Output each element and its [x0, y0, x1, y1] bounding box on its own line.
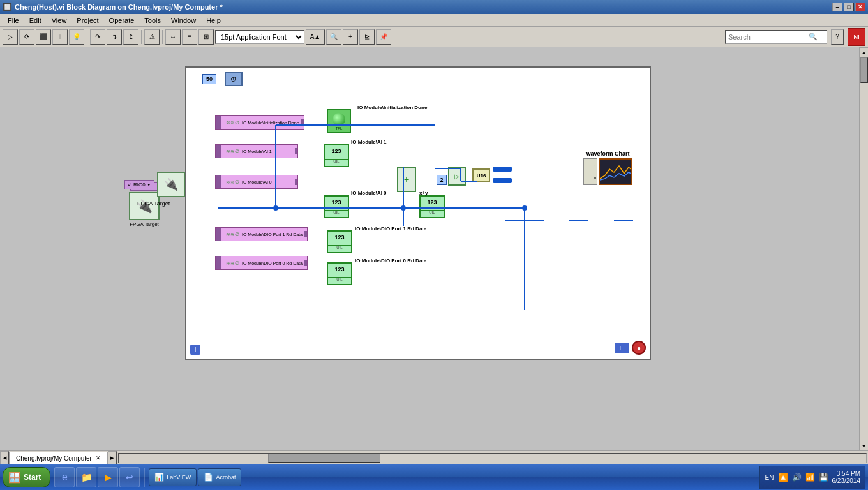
scroll-thumb[interactable]	[860, 57, 868, 83]
right-scrollbar[interactable]: ▲ ▼	[859, 47, 868, 450]
io-ai1-right-port	[295, 148, 297, 154]
align-button[interactable]: ≡	[182, 29, 197, 45]
start-button[interactable]: 🪟 Start	[3, 467, 50, 487]
status-bar: ◀ Cheng.lvproj/My Computer ✕ ▶	[0, 450, 868, 464]
io-ai0-label: IO Module\AI 0	[242, 180, 272, 184]
search-icon: 🔍	[809, 33, 818, 41]
io-dio0-input[interactable]: ≋≋∅ IO Module\DIO Port 0 Rd Data	[215, 256, 308, 270]
step-over-button[interactable]: ↷	[90, 29, 105, 45]
io-dio0-label: IO Module\DIO Port 0 Rd Data	[242, 261, 303, 265]
svg-point-16	[401, 205, 406, 211]
fpga-target-label-outer: FPGA Target	[137, 200, 170, 207]
highlight-button[interactable]: 💡	[69, 29, 84, 45]
toolbar: ▷ ⟳ ⬛ ⏸ 💡 ↷ ↴ ↥ ⚠ ↔ ≡ ⊞ 15pt Application…	[0, 27, 868, 47]
warn-button[interactable]: ⚠	[144, 29, 160, 45]
io-dio1-label: IO Module\DIO Port 1 Rd Data	[242, 232, 303, 237]
abort-button[interactable]: ⬛	[36, 29, 51, 45]
rio-dropdown-outer[interactable]: ↙ RIO0 ▼	[124, 180, 154, 189]
clock: 3:54 PM 6/23/2014	[832, 470, 861, 484]
io-dio1-right-port	[304, 231, 307, 237]
taskbar: 🪟 Start e 📁 ▶ ↩ 📊 LabVIEW 📄 Acrobat EN 🔼…	[0, 464, 868, 490]
menu-item-tools[interactable]: Tools	[139, 15, 166, 26]
xpy-label: x+y	[419, 190, 428, 196]
cleanup-button[interactable]: ↔	[165, 29, 181, 45]
io-ai1-input[interactable]: ≋≋∅ IO Module\AI 1	[215, 144, 298, 158]
extra-button[interactable]: 📌	[376, 29, 391, 45]
toolbar-sep-2	[141, 30, 142, 44]
scroll-right-btn[interactable]: ▶	[108, 451, 117, 465]
io-dio0-right-port	[304, 260, 307, 266]
toolbar-sep-1	[87, 30, 87, 44]
ie-icon-button[interactable]: e	[54, 467, 75, 487]
rio-arrow-icon: ↙	[128, 182, 132, 188]
safety-remove-icon: 💾	[819, 473, 828, 482]
dio1-numeric-indicator: 123 UIL	[327, 230, 352, 253]
labview-task-button[interactable]: 📊 LabVIEW	[149, 468, 197, 486]
wire-connector-2	[493, 178, 512, 183]
ni-logo: NI	[848, 28, 865, 46]
led-init-done: TFL	[327, 109, 351, 133]
rio-block-outside[interactable]: ↙ RIO0 ▼ 🔌	[124, 172, 185, 197]
io-dio1-input[interactable]: ≋≋∅ IO Module\DIO Port 1 Rd Data	[215, 227, 308, 241]
explorer-icon-button[interactable]: 📁	[76, 467, 96, 487]
step-out-button[interactable]: ↥	[123, 29, 138, 45]
run-continuously-button[interactable]: ⟳	[19, 29, 34, 45]
scroll-down-button[interactable]: ▼	[860, 442, 869, 450]
io-ai1-icons: ≋≋∅	[226, 149, 239, 154]
u16-convert: U16	[472, 168, 490, 182]
search-input[interactable]	[726, 33, 809, 41]
io-init-done-input[interactable]: ≋≋∅ IO Module\Initialization Done	[215, 115, 304, 130]
io-init-done-label: IO Module\Initialization Done	[242, 121, 299, 125]
zoom-in-button[interactable]: +	[343, 29, 358, 45]
menu-item-file[interactable]: File	[3, 15, 24, 26]
project-tab[interactable]: Cheng.lvproj/My Computer ✕	[9, 452, 108, 464]
diagram-bottom-right: F- ●	[615, 341, 646, 355]
distribute-button[interactable]: ⊞	[198, 29, 214, 45]
dio0-numeric-indicator: 123 UIL	[327, 262, 352, 285]
back-icon-button[interactable]: ↩	[119, 467, 140, 487]
acrobat-task-button[interactable]: 📄 Acrobat	[198, 468, 241, 486]
menu-item-window[interactable]: Window	[166, 15, 201, 26]
menu-item-edit[interactable]: Edit	[24, 15, 47, 26]
system-tray: EN 🔼 🔊 📶 💾 3:54 PM 6/23/2014	[760, 466, 865, 489]
help-button[interactable]: ?	[831, 29, 844, 45]
title-bar-controls: – □ ✕	[832, 3, 865, 11]
ai0-numeric-indicator: 123 UIL	[324, 195, 349, 218]
minimize-button[interactable]: –	[832, 3, 842, 11]
menu-item-help[interactable]: Help	[201, 15, 226, 26]
waveform-chart-box[interactable]	[599, 158, 632, 185]
font-size-up-button[interactable]: A▲	[306, 29, 325, 45]
network-icon: 🔼	[778, 473, 788, 482]
h-scroll-thumb[interactable]	[268, 454, 380, 463]
volume-icon: 🔊	[792, 473, 802, 482]
title-text: Cheng(Host).vi Block Diagram on Cheng.lv…	[15, 3, 223, 11]
waveform-chart-label: Waveform Chart	[585, 151, 629, 157]
scroll-up-button[interactable]: ▲	[860, 47, 869, 56]
zoom-button[interactable]: 🔍	[326, 29, 341, 45]
close-button[interactable]: ✕	[855, 3, 865, 11]
maximize-button[interactable]: □	[844, 3, 854, 11]
pause-button[interactable]: ⏸	[52, 29, 68, 45]
run-arrow-button[interactable]: ▷	[3, 29, 18, 45]
multiply-const-2: 2	[437, 175, 447, 185]
fpga-target-icon: 🔌	[157, 172, 185, 197]
routing-button[interactable]: ⊵	[359, 29, 375, 45]
media-player-icon-button[interactable]: ▶	[98, 467, 118, 487]
font-selector[interactable]: 15pt Application Font	[215, 30, 304, 44]
start-label: Start	[24, 473, 41, 482]
menu-item-project[interactable]: Project	[71, 15, 103, 26]
diagram-canvas[interactable]: 50 ⏱ ≋≋∅ IO Module\Initialization Done ≋…	[185, 66, 651, 360]
wire-canvas	[186, 68, 650, 359]
clock-time: 3:54 PM	[832, 470, 861, 477]
io-init-done-right-port	[301, 119, 304, 126]
stop-icon[interactable]: ●	[632, 341, 646, 355]
scroll-left-btn[interactable]: ◀	[0, 451, 9, 465]
search-box-container: 🔍	[725, 30, 827, 44]
menu-item-view[interactable]: View	[47, 15, 72, 26]
io-ai1-label: IO Module\AI 1	[242, 149, 272, 154]
io-ai0-input[interactable]: ≋≋∅ IO Module\AI 0	[215, 175, 298, 189]
project-tab-close[interactable]: ✕	[96, 455, 101, 461]
h-scrollbar[interactable]	[118, 453, 867, 463]
step-into-button[interactable]: ↴	[107, 29, 122, 45]
menu-item-operate[interactable]: Operate	[104, 15, 140, 26]
